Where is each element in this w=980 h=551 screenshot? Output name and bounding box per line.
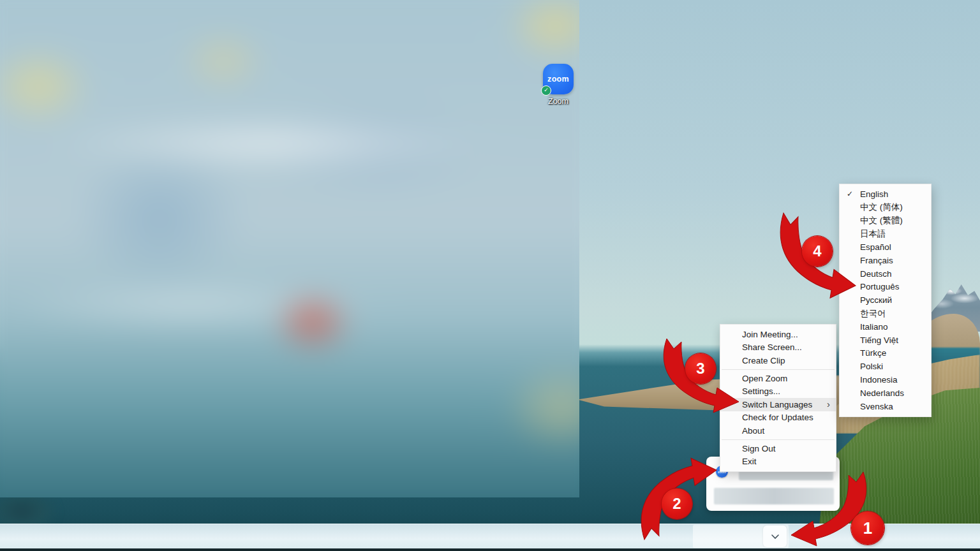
tray-menu-item[interactable]: Exit — [720, 455, 836, 468]
menu-separator — [722, 369, 835, 370]
zoom-logo-text: zoom — [547, 75, 569, 84]
blurred-content — [0, 0, 579, 497]
tray-menu-item[interactable]: Open Zoom — [720, 372, 836, 385]
blurred-desktop-region — [0, 0, 579, 497]
tray-menu-item[interactable]: Sign Out — [720, 442, 836, 455]
desktop-screen: zoom ✓ Zoom zoom Join Meeting... — [0, 0, 980, 551]
tray-menu-item-label: Switch Languages — [742, 400, 812, 409]
language-menu-item-label: Français — [860, 256, 893, 265]
sync-check-badge-icon: ✓ — [541, 85, 551, 96]
tray-menu-item[interactable]: About — [720, 424, 836, 437]
language-menu-item[interactable]: Español — [840, 240, 931, 254]
tray-menu-item-label: Check for Updates — [742, 413, 813, 422]
language-menu-item[interactable]: 中文 (简体) — [840, 201, 931, 214]
tray-menu-item-label: Exit — [742, 457, 757, 466]
switch-languages-submenu: ✓ English 中文 (简体) 中文 (繁體) 日本語 Español — [839, 184, 932, 417]
zoom-app-icon[interactable]: zoom ✓ — [543, 64, 574, 94]
tray-menu-item[interactable]: Settings... — [720, 385, 836, 398]
step-badge-2: 2 — [662, 489, 692, 519]
tray-menu-item-label: Join Meeting... — [742, 330, 798, 339]
language-menu-item[interactable]: Svenska — [840, 400, 931, 413]
tray-menu-item-label: Create Clip — [742, 356, 785, 365]
language-menu-item-label: English — [860, 189, 888, 199]
language-menu-item[interactable]: 中文 (繁體) — [840, 214, 931, 228]
show-hidden-icons-button[interactable] — [763, 525, 787, 547]
tray-menu-item-label: Settings... — [742, 386, 780, 396]
chevron-down-icon — [771, 534, 780, 540]
language-menu-item[interactable]: Türkçe — [840, 347, 931, 360]
tray-menu-item-label: About — [742, 426, 764, 436]
tray-menu-item[interactable]: Switch Languages › — [720, 398, 836, 411]
tray-menu-item-label: Open Zoom — [742, 374, 787, 383]
language-menu-item-label: Indonesia — [860, 375, 898, 385]
step-badge-3: 3 — [685, 353, 716, 384]
checkmark-icon: ✓ — [847, 189, 853, 198]
tray-menu-item[interactable]: Check for Updates — [720, 411, 836, 425]
zoom-desktop-shortcut[interactable]: zoom ✓ Zoom — [539, 64, 577, 106]
tray-popup-blurred-row — [714, 488, 834, 504]
language-menu-item[interactable]: Italiano — [840, 320, 931, 334]
step-badge-4: 4 — [802, 236, 833, 267]
step-badge-1: 1 — [851, 511, 884, 545]
language-menu-item[interactable]: Русский — [840, 293, 931, 307]
menu-separator — [722, 439, 835, 440]
language-menu-item-label: Italiano — [860, 322, 888, 332]
language-menu-item-label: Русский — [860, 295, 892, 305]
zoom-shortcut-label: Zoom — [539, 97, 577, 106]
language-menu-item-label: Polski — [860, 362, 883, 371]
tray-menu-item-label: Share Screen... — [742, 342, 802, 352]
language-menu-item[interactable]: 日本語 — [840, 227, 931, 240]
submenu-chevron-icon: › — [827, 399, 830, 409]
language-menu-item-label: Svenska — [860, 402, 893, 411]
language-menu-item-label: Español — [860, 242, 891, 252]
tray-menu-item[interactable]: Create Clip — [720, 354, 836, 367]
language-menu-item[interactable]: Indonesia — [840, 373, 931, 386]
tray-menu-item[interactable]: Join Meeting... — [720, 328, 836, 341]
tray-menu-item-label: Sign Out — [742, 444, 776, 453]
language-menu-item-label: Nederlands — [860, 388, 904, 398]
language-menu-item[interactable]: Polski — [840, 360, 931, 373]
language-menu-item-label: 日本語 — [860, 228, 886, 240]
language-menu-item[interactable]: Nederlands — [840, 386, 931, 400]
language-menu-item[interactable]: Français — [840, 254, 931, 267]
language-menu-item[interactable]: ✓ English — [840, 187, 931, 201]
language-menu-item-label: Português — [860, 282, 900, 291]
language-menu-item[interactable]: 한국어 — [840, 307, 931, 320]
language-menu-item-label: 中文 (简体) — [860, 202, 903, 213]
language-menu-item-label: 한국어 — [860, 308, 886, 320]
language-menu-item-label: 中文 (繁體) — [860, 215, 903, 226]
tray-menu-item[interactable]: Share Screen... — [720, 341, 836, 355]
language-menu-item-label: Deutsch — [860, 269, 892, 279]
taskbar — [0, 524, 980, 551]
language-menu-item[interactable]: Português — [840, 281, 931, 294]
zoom-tray-context-menu: Join Meeting... Share Screen... Create C… — [720, 324, 836, 472]
language-menu-item-label: Türkçe — [860, 348, 886, 358]
language-menu-item-label: Tiếng Việt — [860, 335, 898, 345]
language-menu-item[interactable]: Tiếng Việt — [840, 334, 931, 347]
language-menu-item[interactable]: Deutsch — [840, 267, 931, 281]
